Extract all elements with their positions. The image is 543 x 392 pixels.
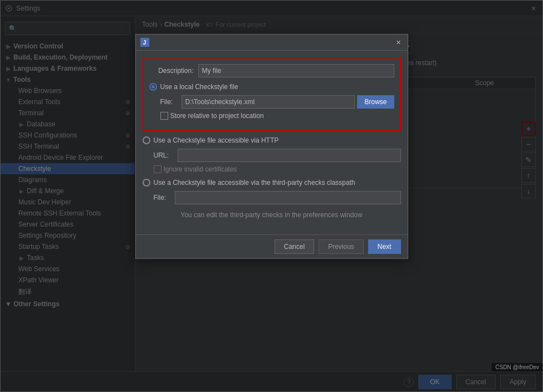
checkstyle-dialog: J × Description: Use a lo bbox=[135, 34, 408, 259]
url-input[interactable] bbox=[178, 149, 401, 162]
ignore-certs-label: Ignore invalid certificates bbox=[164, 165, 237, 173]
store-relative-row: Store relative to project location bbox=[160, 112, 394, 120]
classpath-file-row: File: bbox=[154, 191, 401, 204]
dialog-cancel-button[interactable]: Cancel bbox=[275, 239, 314, 254]
settings-window: Settings × 🔍 ▶ Version Control ▶ Build, … bbox=[0, 0, 543, 392]
store-relative-label: Store relative to project location bbox=[170, 112, 264, 120]
http-radio-button[interactable] bbox=[143, 136, 150, 144]
dialog-footer: Cancel Previous Next bbox=[136, 234, 408, 258]
browse-button[interactable]: Browse bbox=[357, 95, 394, 109]
dialog-content: Description: Use a local Checkstyle file… bbox=[136, 51, 408, 234]
watermark: CSDN @ifreeDev bbox=[492, 363, 542, 371]
file-label: File: bbox=[160, 98, 177, 106]
local-radio-label: Use a local Checkstyle file bbox=[160, 83, 238, 91]
local-radio-row: Use a local Checkstyle file bbox=[149, 83, 394, 91]
http-radio-row: Use a Checkstyle file accessible via HTT… bbox=[143, 136, 401, 144]
url-label: URL: bbox=[154, 151, 173, 159]
dialog-title-left: J bbox=[140, 38, 153, 47]
classpath-section: Use a Checkstyle file accessible via the… bbox=[143, 179, 401, 222]
ignore-certs-checkbox[interactable] bbox=[154, 165, 162, 173]
http-radio-label: Use a Checkstyle file accessible via HTT… bbox=[154, 136, 279, 144]
dialog-title-bar: J × bbox=[136, 35, 408, 51]
file-row: File: Browse bbox=[160, 95, 394, 109]
dialog-close-button[interactable]: × bbox=[394, 38, 403, 47]
dialog-icon: J bbox=[140, 38, 149, 47]
description-row: Description: bbox=[149, 64, 394, 77]
dialog-highlighted-section: Description: Use a local Checkstyle file… bbox=[143, 57, 401, 131]
dialog-next-button[interactable]: Next bbox=[368, 239, 401, 254]
classpath-radio-row: Use a Checkstyle file accessible via the… bbox=[143, 179, 401, 187]
classpath-info-text: You can edit the third-party checks in t… bbox=[143, 208, 401, 222]
description-input[interactable] bbox=[198, 64, 394, 77]
url-row: URL: bbox=[154, 149, 401, 162]
dialog-previous-button[interactable]: Previous bbox=[319, 239, 364, 254]
classpath-radio-label: Use a Checkstyle file accessible via the… bbox=[154, 179, 355, 187]
local-radio-button[interactable] bbox=[149, 83, 157, 91]
dialog-icon-text: J bbox=[143, 40, 146, 46]
http-section: Use a Checkstyle file accessible via HTT… bbox=[143, 136, 401, 173]
store-relative-checkbox[interactable] bbox=[160, 112, 168, 120]
ignore-certs-row: Ignore invalid certificates bbox=[154, 165, 401, 173]
dialog-overlay: J × Description: Use a lo bbox=[1, 1, 542, 391]
description-label: Description: bbox=[149, 67, 194, 75]
file-input[interactable] bbox=[182, 95, 355, 109]
classpath-file-input[interactable] bbox=[175, 191, 401, 204]
classpath-file-label: File: bbox=[154, 194, 170, 202]
classpath-radio-button[interactable] bbox=[143, 179, 150, 187]
